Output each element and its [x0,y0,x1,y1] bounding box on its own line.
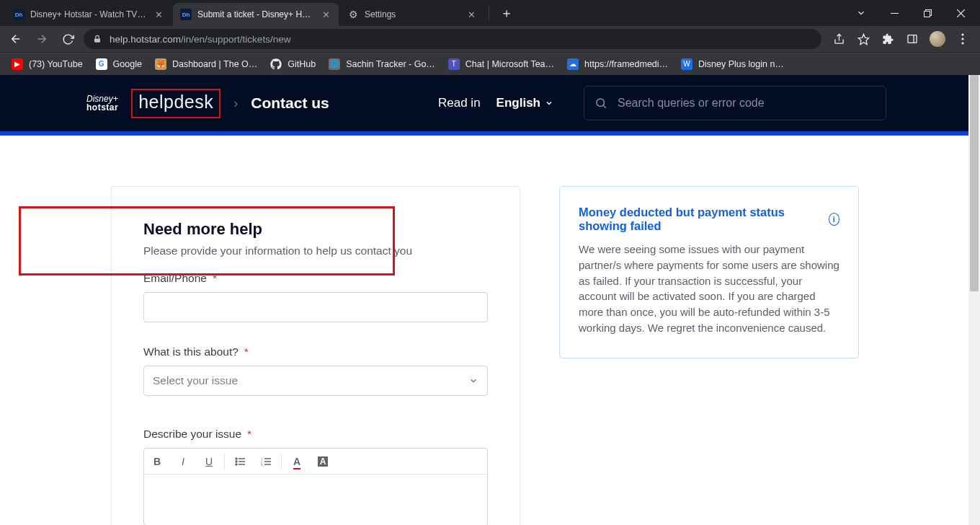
close-icon[interactable]: ✕ [320,9,331,20]
address-bar[interactable]: help.hotstar.com/in/en/support/tickets/n… [84,29,821,49]
kebab-menu-icon[interactable] [956,32,970,46]
email-input[interactable] [153,301,478,314]
extensions-icon[interactable] [881,32,895,46]
form-title: Need more help [143,220,488,239]
chevron-down-icon [468,376,478,386]
svg-point-15 [597,99,605,107]
new-tab-button[interactable]: ＋ [496,3,517,23]
svg-point-21 [236,464,237,465]
bullet-list-button[interactable] [227,449,253,475]
svg-point-14 [961,42,963,44]
back-button[interactable] [6,29,26,49]
text-color-button[interactable]: A [284,449,310,475]
info-title-row[interactable]: Money deducted but payment status showin… [579,206,839,233]
ticket-form-card: Need more help Please provide your infor… [111,186,520,525]
tab-label: Settings [365,9,460,19]
email-label: Email/Phone* [143,272,488,285]
scrollbar-thumb[interactable] [970,75,979,291]
info-title: Money deducted but payment status showin… [579,206,824,233]
readin-label: Read in [438,96,481,110]
form-subtitle: Please provide your information to help … [143,244,488,257]
tab-hotstar-home[interactable]: Dh Disney+ Hotstar - Watch TV Show ✕ [6,3,172,26]
svg-rect-2 [924,11,930,17]
bookmark-sachin[interactable]: 🌐Sachin Tracker - Go… [329,58,435,70]
toolbar: help.hotstar.com/in/en/support/tickets/n… [0,26,980,52]
close-window-button[interactable] [944,1,977,25]
bookmark-odin[interactable]: 🦊Dashboard | The O… [155,58,257,70]
svg-rect-10 [908,35,917,43]
reload-button[interactable] [58,29,78,49]
search-icon [594,97,607,110]
svg-rect-0 [891,13,899,14]
minimize-button[interactable] [878,1,911,25]
favicon-icon: Dh [13,9,24,20]
svg-point-13 [961,38,963,40]
required-icon: * [247,428,251,441]
viewport: Disney+ hotstar helpdesk › Contact us Re… [0,75,980,525]
maximize-button[interactable] [911,1,944,25]
url-path: /in/en/support/tickets/new [181,34,290,45]
svg-point-19 [236,461,237,462]
titlebar: Dh Disney+ Hotstar - Watch TV Show ✕ Dh … [0,0,980,26]
bold-button[interactable]: B [144,449,170,475]
rich-text-editor: B I U 123 A [143,448,488,525]
svg-point-12 [961,33,963,35]
info-card: Money deducted but payment status showin… [559,186,859,358]
tab-submit-ticket[interactable]: Dh Submit a ticket - Disney+ Hotstar ✕ [173,3,339,26]
bookmark-google[interactable]: GGoogle [96,58,142,70]
select-placeholder: Select your issue [153,374,238,387]
svg-rect-7 [94,38,100,42]
underline-button[interactable]: U [196,449,222,475]
chevron-down-icon [545,99,553,107]
numbered-list-button[interactable]: 123 [253,449,279,475]
profile-avatar[interactable] [930,31,945,47]
site-header: Disney+ hotstar helpdesk › Contact us Re… [0,75,980,131]
search-input[interactable] [618,97,876,110]
required-icon: * [244,345,249,358]
svg-point-17 [236,458,237,459]
chevron-down-icon[interactable] [845,1,878,25]
star-icon[interactable] [856,32,870,46]
header-search[interactable] [584,86,886,120]
helpdesk-label: helpdesk [131,89,220,118]
lock-icon [92,34,102,44]
highlight-color-button[interactable]: A [310,449,336,475]
svg-marker-9 [858,34,868,44]
breadcrumb-contact-us[interactable]: Contact us [251,94,329,112]
bookmark-youtube[interactable]: ▶(73) YouTube [12,58,83,70]
chevron-right-icon: › [233,96,238,111]
gear-icon: ⚙ [347,9,359,20]
bookmark-framedmedi[interactable]: ☁https://framedmedi… [567,58,668,70]
tab-strip: Dh Disney+ Hotstar - Watch TV Show ✕ Dh … [0,0,845,26]
tab-label: Disney+ Hotstar - Watch TV Show [30,9,147,19]
bookmark-disneyplus-login[interactable]: WDisney Plus login n… [681,58,784,70]
toolbar-actions [827,31,974,47]
bookmark-teams[interactable]: TChat | Microsoft Tea… [448,58,554,70]
brand-logo[interactable]: Disney+ hotstar [86,94,118,112]
svg-line-16 [603,105,605,107]
close-icon[interactable]: ✕ [153,9,164,20]
info-icon: i [829,213,839,226]
content-area: Need more help Please provide your infor… [0,136,980,525]
italic-button[interactable]: I [170,449,196,475]
share-icon[interactable] [832,32,846,46]
url-host: help.hotstar.com [110,34,181,45]
bookmarks-bar: ▶(73) YouTube GGoogle 🦊Dashboard | The O… [0,52,980,75]
tab-divider [489,6,489,20]
sidepanel-icon[interactable] [905,32,919,46]
url-text: help.hotstar.com/in/en/support/tickets/n… [110,34,290,45]
required-icon: * [213,272,217,285]
forward-button[interactable] [32,29,52,49]
bookmark-github[interactable]: GitHub [270,58,316,70]
language-selector[interactable]: English [496,96,553,110]
hotstar-logo-icon: Disney+ hotstar [86,94,118,112]
scrollbar-track[interactable] [968,75,980,525]
issue-select[interactable]: Select your issue [143,366,488,396]
editor-textarea[interactable] [144,475,487,525]
window-controls [845,0,980,26]
editor-toolbar: B I U 123 A [144,449,487,475]
toolbar-separator [224,454,225,469]
favicon-icon: Dh [180,9,192,20]
close-icon[interactable]: ✕ [466,9,477,20]
tab-settings[interactable]: ⚙ Settings ✕ [340,3,484,26]
